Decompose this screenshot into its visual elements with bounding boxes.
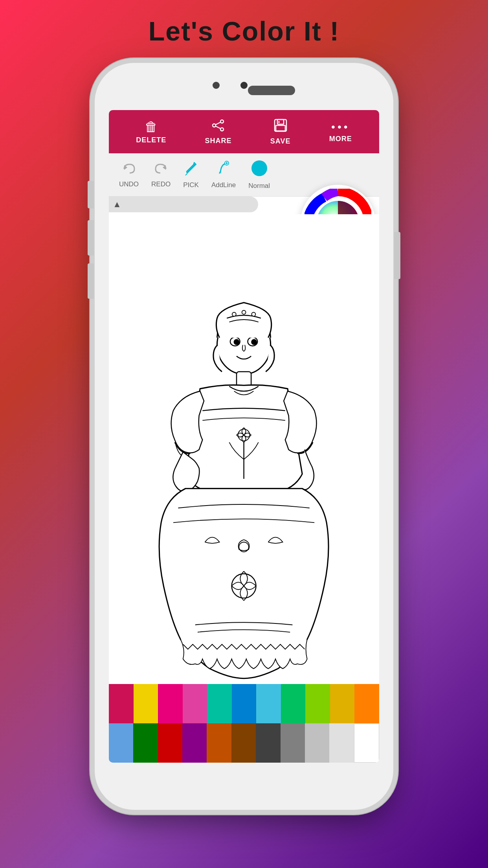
color-swatch-sky[interactable] xyxy=(256,684,281,723)
speaker xyxy=(248,86,295,95)
svg-point-15 xyxy=(251,160,267,176)
delete-button[interactable]: 🗑 DELETE xyxy=(136,119,166,144)
svg-point-24 xyxy=(232,312,236,316)
color-swatch-orange[interactable] xyxy=(354,684,379,723)
more-button[interactable]: ••• MORE xyxy=(329,121,352,143)
color-swatch-light-gray[interactable] xyxy=(305,723,329,763)
save-button[interactable]: SAVE xyxy=(270,118,291,145)
color-palette xyxy=(109,684,379,763)
color-swatch-hot-pink[interactable] xyxy=(158,684,183,723)
color-swatch-blue[interactable] xyxy=(232,684,257,723)
redo-button[interactable]: REDO xyxy=(145,159,177,191)
main-toolbar: 🗑 DELETE SHARE xyxy=(109,110,379,153)
color-swatch-very-light-gray[interactable] xyxy=(329,723,354,763)
svg-line-11 xyxy=(185,174,187,175)
eyedropper-icon xyxy=(184,160,198,180)
svg-rect-7 xyxy=(276,125,285,131)
color-swatch-green[interactable] xyxy=(281,684,306,723)
color-swatch-pink[interactable] xyxy=(183,684,207,723)
color-swatch-lime[interactable] xyxy=(305,684,330,723)
color-swatch-purple[interactable] xyxy=(182,723,207,763)
side-button-vol-down[interactable] xyxy=(88,263,94,299)
front-camera xyxy=(213,82,220,89)
color-swatch-dark-gray[interactable] xyxy=(256,723,280,763)
palette-row-2 xyxy=(109,723,379,763)
share-button[interactable]: SHARE xyxy=(205,119,231,145)
coloring-figure xyxy=(109,214,379,763)
svg-point-26 xyxy=(252,312,256,316)
color-swatch-dark-brown[interactable] xyxy=(231,723,256,763)
slider-arrow-icon: ▲ xyxy=(113,199,121,210)
color-swatch-brown[interactable] xyxy=(207,723,231,763)
svg-point-1 xyxy=(213,124,216,127)
drawing-area[interactable] xyxy=(109,214,379,763)
side-button-vol-up[interactable] xyxy=(88,220,94,256)
color-swatch-pink-dark[interactable] xyxy=(109,684,134,723)
delete-icon: 🗑 xyxy=(145,119,158,134)
more-icon: ••• xyxy=(331,121,350,133)
color-swatch-dark-green[interactable] xyxy=(133,723,158,763)
svg-point-25 xyxy=(242,310,246,314)
undo-button[interactable]: UNDO xyxy=(113,159,145,191)
addline-icon xyxy=(216,160,231,180)
svg-line-3 xyxy=(216,122,220,125)
slider-bar[interactable]: ▲ xyxy=(109,197,258,212)
palette-row-1 xyxy=(109,684,379,723)
side-button-mute[interactable] xyxy=(88,181,94,208)
coloring-image xyxy=(122,242,365,736)
normal-button[interactable]: Normal xyxy=(242,157,276,192)
undo-icon xyxy=(121,161,137,179)
share-icon xyxy=(211,119,225,135)
color-swatch-gray[interactable] xyxy=(281,723,305,763)
phone-screen: 🗑 DELETE SHARE xyxy=(109,110,379,763)
svg-rect-6 xyxy=(277,120,284,124)
camera-dot xyxy=(240,82,248,89)
svg-point-22 xyxy=(234,340,239,344)
color-swatch-yellow[interactable] xyxy=(134,684,158,723)
save-icon xyxy=(273,118,288,136)
side-button-power[interactable] xyxy=(394,232,400,279)
brush-color-icon xyxy=(251,160,268,180)
color-swatch-white[interactable] xyxy=(354,723,379,763)
addline-button[interactable]: AddLine xyxy=(205,158,242,191)
svg-point-0 xyxy=(220,120,224,123)
redo-icon xyxy=(153,161,169,179)
pick-button[interactable]: PICK xyxy=(177,158,205,191)
phone-frame: 🗑 DELETE SHARE xyxy=(95,63,393,810)
color-swatch-red[interactable] xyxy=(158,723,182,763)
svg-line-4 xyxy=(216,126,220,129)
sub-toolbar: UNDO REDO PICK xyxy=(109,153,379,197)
color-swatch-gold[interactable] xyxy=(330,684,355,723)
color-swatch-teal[interactable] xyxy=(207,684,232,723)
app-title: Let's Color It ! xyxy=(0,16,488,46)
svg-point-2 xyxy=(220,128,224,131)
svg-point-23 xyxy=(252,340,257,344)
color-swatch-cornflower[interactable] xyxy=(109,723,133,763)
